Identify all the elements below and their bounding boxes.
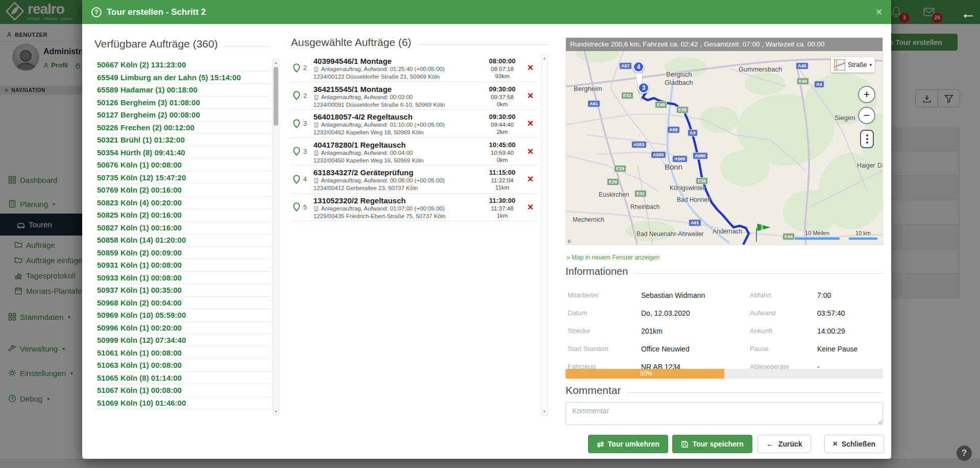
available-order-item[interactable]: 65589 Hadamar (1) 00:18:00	[94, 84, 272, 97]
available-order-item[interactable]: 50858 Köln (14) 01:20:00	[94, 234, 272, 247]
scroll-down-icon[interactable]: ▾	[273, 408, 279, 415]
info-label: Ankunft	[750, 327, 772, 335]
remove-order-button[interactable]: ×	[524, 138, 537, 166]
available-order-item[interactable]: 50667 Köln (2) 131:23:00	[94, 59, 272, 72]
available-order-item[interactable]: 50968 Köln (2) 00:04:00	[94, 297, 272, 310]
scroll-up-icon[interactable]: ▴	[273, 59, 279, 66]
stop-number: 5	[303, 203, 307, 211]
available-order-item[interactable]: 50859 Köln (2) 00:09:00	[94, 247, 272, 260]
route-start-flag: 1	[757, 223, 773, 235]
info-label: Pause	[750, 345, 769, 353]
info-value: 201km	[641, 327, 663, 335]
arrow-left-icon: ←	[766, 439, 774, 449]
map-city-label: Bergisch	[666, 71, 692, 78]
road-shield: E31	[634, 190, 647, 197]
order-times: 08:00:0008:07:1893km	[481, 54, 524, 82]
stop-number: 2	[303, 64, 307, 72]
close-button[interactable]: × Schließen	[824, 435, 884, 453]
available-order-item[interactable]: 50933 Köln (1) 00:08:00	[94, 272, 272, 285]
help-circle-icon[interactable]: ?	[91, 7, 102, 17]
available-order-item[interactable]: 51069 Köln (10) 01:46:00	[94, 397, 272, 410]
zoom-in-button[interactable]: +	[858, 86, 875, 103]
map-city-label: Gummersbach	[739, 65, 782, 73]
available-order-item[interactable]: 50354 Hürth (8) 09:41:40	[94, 147, 272, 159]
available-order-item[interactable]: 50321 Brühl (1) 01:32:00	[94, 134, 272, 147]
remove-order-button[interactable]: ×	[524, 194, 537, 221]
info-label: Datum	[568, 309, 587, 317]
scroll-up-icon[interactable]: ▴	[542, 55, 547, 61]
order-pin: 5	[291, 194, 313, 221]
order-type: Anlagenauftrag, Aufwand: 00:04:00	[313, 149, 481, 157]
available-order-item[interactable]: 50126 Bergheim (3) 01:08:00	[94, 97, 272, 109]
selected-order-item[interactable]: 3564018057-4/2 RegeltauschAnlagenauftrag…	[291, 110, 537, 138]
zoom-out-button[interactable]: −	[858, 107, 875, 124]
available-order-item[interactable]: 51065 Köln (8) 01:14:00	[94, 372, 272, 385]
map-attribution: ©	[568, 239, 571, 244]
available-list-scrollbar[interactable]: ▴ ▾	[273, 59, 279, 415]
help-button[interactable]: ?	[957, 446, 972, 461]
info-value: 03:57:40	[817, 309, 845, 317]
available-order-item[interactable]: 50735 Köln (12) 15:47:20	[94, 172, 272, 184]
available-order-item[interactable]: 51061 Köln (1) 00:08:00	[94, 347, 272, 360]
order-address: 1232/00452 Kapellen Weg 18, 50969 Köln	[313, 129, 481, 136]
comment-input[interactable]	[566, 402, 883, 425]
available-order-item[interactable]: 50127 Bergheim (2) 00:08:00	[94, 109, 272, 122]
available-order-item[interactable]: 50969 Köln (10) 05:59:00	[94, 309, 272, 322]
birdseye-button[interactable]	[860, 130, 874, 148]
selected-order-item[interactable]: 3404178280/1 RegeltauschAnlagenauftrag, …	[291, 138, 537, 166]
remove-order-button[interactable]: ×	[524, 54, 537, 82]
available-order-item[interactable]: 50937 Köln (1) 00:35:00	[94, 284, 272, 297]
back-button[interactable]: ← Zurück	[757, 435, 811, 453]
open-map-window-link[interactable]: » Map in neuem Fenster anzeigen	[567, 254, 659, 261]
remove-order-button[interactable]: ×	[524, 166, 537, 193]
map-stop-marker[interactable]: 3	[638, 82, 649, 93]
selected-order-item[interactable]: 2364215545/1 MontageAnlagenauftrag, Aufw…	[291, 82, 537, 110]
available-order-item[interactable]: 50823 Köln (4) 00:20:00	[94, 197, 272, 209]
available-order-item[interactable]: 51067 Köln (1) 00:08:00	[94, 384, 272, 397]
selected-orders-list: 2403994546/1 MontageAnlagenauftrag, Aufw…	[291, 54, 537, 221]
scale-miles: 10 Meilen	[795, 230, 840, 240]
available-order-item[interactable]: 50999 Köln (12) 07:34:40	[94, 334, 272, 347]
available-order-item[interactable]: 50676 Köln (1) 00:08:00	[94, 159, 272, 172]
flag-label: 1	[761, 225, 764, 230]
save-tour-button[interactable]: Tour speichern	[672, 435, 752, 453]
modal-footer: ⇄ Tour umkehren Tour speichern ← Zurück …	[588, 435, 884, 453]
map-stop-marker[interactable]: 4	[633, 61, 644, 73]
scrollbar-thumb[interactable]	[274, 67, 278, 126]
arrival-time: 11:22:04	[481, 177, 524, 184]
available-order-item[interactable]: 50825 Köln (2) 00:16:00	[94, 209, 272, 222]
selected-order-item[interactable]: 4631834327/2 GeräteprüfungAnlagenauftrag…	[291, 166, 537, 194]
available-order-item[interactable]: 50827 Köln (1) 00:16:00	[94, 222, 272, 235]
reverse-tour-button[interactable]: ⇄ Tour umkehren	[588, 435, 668, 453]
building-icon	[313, 66, 319, 72]
order-details: 403994546/1 MontageAnlagenauftrag, Aufwa…	[313, 54, 481, 82]
route-map[interactable]: BergheimBergischGladbachGummersbachSiege…	[566, 37, 883, 245]
available-order-item[interactable]: 50931 Köln (1) 00:08:00	[94, 259, 272, 272]
available-order-item[interactable]: 50996 Köln (1) 00:20:00	[94, 322, 272, 335]
back-arrow-icon[interactable]: ←	[961, 6, 976, 20]
available-order-item[interactable]: 65549 Limburg an der Lahn (5) 15:14:00	[94, 72, 272, 84]
order-address: 1234/00412 Gerberallee 23, 50737 Köln	[313, 184, 481, 192]
info-label: Aufwand	[750, 309, 776, 317]
available-order-item[interactable]: 50769 Köln (2) 00:16:00	[94, 184, 272, 197]
available-orders-heading-text: Verfügbare Aufträge (360)	[94, 38, 218, 50]
arrival-time: 09:37:58	[481, 93, 524, 101]
info-label: Abfahrt	[750, 291, 771, 299]
info-heading: Informationen	[566, 266, 883, 277]
available-order-item[interactable]: 50226 Frechen (2) 00:12:00	[94, 122, 272, 134]
remove-order-button[interactable]: ×	[524, 82, 537, 110]
road-shield: E29	[607, 178, 619, 185]
available-order-item[interactable]: 51063 Köln (1) 00:08:00	[94, 359, 272, 372]
order-address: 1229/00435 Friedrich-Ebert-Straße 75, 50…	[313, 213, 481, 220]
scroll-down-icon[interactable]: ▾	[542, 408, 547, 415]
map-pin-icon	[292, 90, 301, 101]
remove-order-button[interactable]: ×	[524, 110, 537, 137]
modal-title: Tour erstellen - Schritt 2	[107, 7, 206, 17]
map-style-selector[interactable]: Straße ▾	[831, 57, 875, 73]
selected-order-item[interactable]: 5131052320/2 RegeltauschAnlagenauftrag, …	[291, 194, 537, 222]
info-value: 7:00	[817, 291, 831, 299]
order-title: 364215545/1 Montage	[313, 85, 481, 93]
selected-list-scrollbar[interactable]: ▴ ▾	[541, 54, 548, 415]
heading-divider	[418, 44, 549, 45]
selected-order-item[interactable]: 2403994546/1 MontageAnlagenauftrag, Aufw…	[291, 54, 537, 82]
